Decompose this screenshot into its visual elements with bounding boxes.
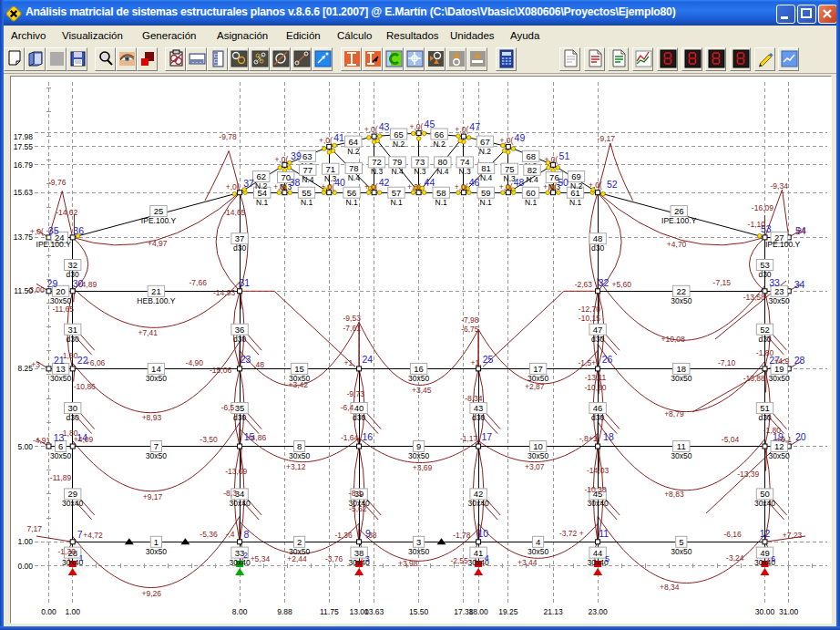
svg-text:-1,80: -1,80: [763, 426, 782, 435]
svg-text:+5,60: +5,60: [612, 280, 632, 289]
svg-text:73: 73: [415, 157, 425, 167]
svg-text:N.3: N.3: [459, 167, 472, 176]
svg-text:-2,63: -2,63: [575, 280, 593, 289]
svg-text:23: 23: [241, 354, 251, 365]
svg-text:+4,89: +4,89: [77, 280, 97, 289]
svg-text:50: 50: [558, 177, 569, 188]
svg-text:-5,04: -5,04: [722, 435, 740, 444]
svg-text:-9,73: -9,73: [347, 389, 365, 398]
svg-text:-3,24: -3,24: [726, 553, 744, 563]
svg-text:7: 7: [77, 529, 83, 540]
svg-text:-13,58: -13,58: [743, 293, 765, 302]
svg-text:43: 43: [474, 403, 484, 413]
svg-text:-5,36: -5,36: [200, 530, 218, 539]
svg-text:-13,11: -13,11: [585, 373, 607, 382]
svg-text:N.1: N.1: [435, 198, 448, 207]
svg-text:25: 25: [154, 206, 164, 216]
svg-text:80: 80: [438, 157, 448, 167]
svg-text:-12,70: -12,70: [579, 305, 600, 314]
svg-text:+7,23: +7,23: [783, 531, 803, 540]
svg-text:+9,26: +9,26: [141, 589, 161, 598]
svg-text:7,17: 7,17: [27, 524, 43, 533]
svg-text:30x40: 30x40: [468, 499, 489, 508]
svg-text:-,4: -,4: [226, 530, 235, 539]
svg-text:13.75: 13.75: [14, 232, 34, 242]
svg-text:32: 32: [67, 260, 77, 270]
svg-text:30x40: 30x40: [62, 499, 83, 508]
svg-text:13.63: 13.63: [364, 607, 384, 616]
svg-text:+1,: +1,: [344, 358, 355, 367]
svg-text:11.75: 11.75: [320, 607, 339, 616]
svg-text:49: 49: [515, 132, 526, 143]
svg-text:+4,09: +4,09: [74, 435, 94, 444]
svg-text:17: 17: [533, 364, 543, 374]
svg-text:29: 29: [47, 278, 58, 289]
svg-text:+4,70: +4,70: [667, 240, 687, 249]
svg-text:30x50: 30x50: [50, 451, 71, 460]
svg-text:-6,16: -6,16: [723, 530, 742, 539]
svg-text:-1,17: -1,17: [460, 434, 478, 443]
svg-text:20: 20: [795, 431, 806, 442]
svg-text:3: 3: [365, 554, 370, 563]
svg-text:+10,08: +10,08: [661, 335, 685, 344]
svg-text:N.1: N.1: [301, 198, 313, 207]
svg-text:+,0(: +,0(: [322, 182, 335, 191]
svg-text:+,0(: +,0(: [499, 182, 513, 191]
svg-text:-1,80: -1,80: [756, 348, 774, 357]
svg-text:15: 15: [294, 364, 304, 374]
svg-text:30x50: 30x50: [671, 374, 691, 383]
svg-text:+,0(: +,0(: [407, 182, 421, 191]
svg-text:3: 3: [416, 537, 421, 547]
svg-text:30x40: 30x40: [230, 499, 251, 508]
svg-text:+,0(: +,0(: [589, 181, 602, 190]
svg-text:-13,39: -13,39: [737, 470, 759, 479]
svg-text:40: 40: [354, 403, 364, 413]
svg-text:-6,75: -6,75: [461, 325, 479, 334]
svg-text:-8,34: -8,34: [465, 394, 483, 403]
svg-text:-14,03: -14,03: [587, 466, 609, 475]
svg-text:+,0(: +,0(: [545, 155, 558, 164]
svg-text:71: 71: [325, 164, 335, 174]
svg-text:N.4: N.4: [436, 167, 449, 176]
svg-text:16: 16: [362, 431, 373, 442]
svg-text:1: 1: [78, 553, 83, 563]
svg-text:-8,1: -8,1: [349, 489, 363, 498]
svg-text:-1,10: -1,10: [748, 220, 766, 229]
svg-text:+8,79: +8,79: [664, 409, 684, 418]
svg-text:-7,98: -7,98: [461, 315, 479, 325]
svg-text:81: 81: [481, 163, 491, 173]
svg-text:57: 57: [392, 188, 402, 198]
svg-text:31: 31: [67, 325, 77, 335]
svg-text:N.4: N.4: [348, 173, 361, 182]
svg-text:30x50: 30x50: [146, 374, 167, 383]
svg-text:-1,36: -1,36: [334, 531, 353, 540]
svg-text:-9,78: -9,78: [219, 132, 237, 141]
svg-text:41: 41: [333, 132, 344, 143]
svg-text:+,0(: +,0(: [500, 136, 514, 145]
svg-text:d30: d30: [472, 413, 485, 422]
svg-text:N.2: N.2: [570, 181, 583, 191]
svg-text:-16,09: -16,09: [752, 203, 773, 212]
svg-text:-15,06: -15,06: [210, 366, 231, 375]
svg-text:30x50: 30x50: [146, 451, 167, 460]
svg-text:30x50: 30x50: [289, 451, 310, 460]
svg-text:16: 16: [414, 364, 424, 374]
svg-text:2: 2: [243, 551, 248, 560]
svg-text:9: 9: [416, 441, 421, 451]
svg-text:15.50: 15.50: [409, 607, 429, 616]
svg-text:52: 52: [760, 325, 770, 335]
svg-text:d30: d30: [233, 243, 246, 253]
svg-text:8.25: 8.25: [17, 364, 33, 373]
svg-text:18: 18: [677, 364, 687, 374]
svg-text:1: 1: [154, 537, 159, 547]
svg-text:40: 40: [334, 177, 345, 188]
svg-text:+4,72: +4,72: [83, 531, 103, 540]
svg-text:52: 52: [607, 179, 618, 190]
svg-text:15.63: 15.63: [14, 188, 34, 197]
svg-text:+3,07: +3,07: [525, 462, 545, 471]
svg-text:HEB.100.Y: HEB.100.Y: [137, 296, 175, 305]
svg-text:78: 78: [349, 163, 359, 173]
svg-text:30x50: 30x50: [671, 451, 691, 460]
svg-text:64: 64: [349, 137, 359, 147]
svg-text:+5,34: +5,34: [251, 554, 271, 563]
